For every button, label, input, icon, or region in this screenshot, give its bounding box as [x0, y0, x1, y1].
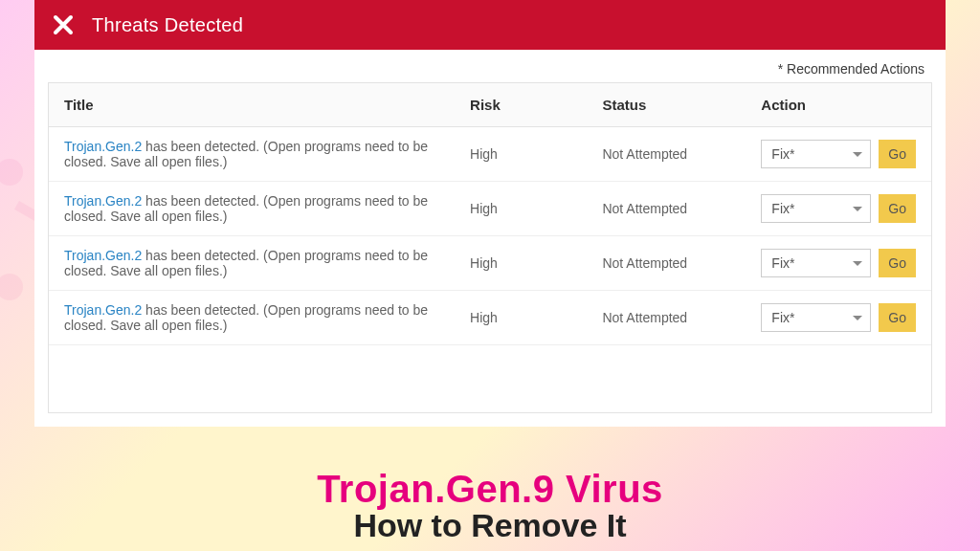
col-header-action: Action	[746, 83, 931, 127]
action-cell: Fix*Go	[746, 127, 931, 182]
chevron-down-icon	[853, 152, 862, 157]
table-spacer-cell	[49, 345, 931, 412]
col-header-status: Status	[587, 83, 746, 127]
action-dropdown-value: Fix*	[771, 255, 794, 271]
promo-line-1: Trojan.Gen.9 Virus	[0, 469, 980, 509]
close-icon[interactable]	[52, 13, 75, 36]
action-dropdown[interactable]: Fix*	[761, 194, 871, 223]
action-cell: Fix*Go	[746, 236, 931, 291]
action-dropdown-value: Fix*	[771, 146, 794, 162]
recommended-actions-label: * Recommended Actions	[34, 50, 946, 82]
table-row: Trojan.Gen.2 has been detected. (Open pr…	[49, 182, 931, 236]
action-dropdown-value: Fix*	[771, 310, 794, 325]
promo-line-2: How to Remove It	[0, 509, 980, 543]
chevron-down-icon	[853, 261, 862, 266]
threat-title-cell: Trojan.Gen.2 has been detected. (Open pr…	[49, 236, 455, 291]
alert-header: Threats Detected	[34, 0, 946, 50]
go-button[interactable]: Go	[879, 249, 916, 277]
chevron-down-icon	[853, 316, 862, 320]
col-header-risk: Risk	[455, 83, 587, 127]
table-row: Trojan.Gen.2 has been detected. (Open pr…	[49, 236, 931, 291]
action-dropdown[interactable]: Fix*	[761, 140, 871, 168]
alert-title: Threats Detected	[92, 14, 243, 36]
status-cell: Not Attempted	[587, 236, 746, 291]
table-spacer	[49, 345, 931, 412]
chevron-down-icon	[853, 207, 862, 211]
threats-table-wrap: Title Risk Status Action Trojan.Gen.2 ha…	[48, 82, 932, 413]
status-cell: Not Attempted	[587, 182, 746, 236]
go-button[interactable]: Go	[879, 194, 916, 223]
risk-cell: High	[455, 291, 587, 345]
risk-cell: High	[455, 236, 587, 291]
svg-point-2	[0, 274, 23, 300]
action-cell: Fix*Go	[746, 291, 931, 345]
threat-title-cell: Trojan.Gen.2 has been detected. (Open pr…	[49, 182, 455, 236]
threat-link[interactable]: Trojan.Gen.2	[64, 139, 142, 154]
threat-title-cell: Trojan.Gen.2 has been detected. (Open pr…	[49, 127, 455, 182]
status-cell: Not Attempted	[587, 291, 746, 345]
go-button[interactable]: Go	[879, 303, 916, 332]
go-button[interactable]: Go	[879, 140, 916, 168]
threats-table: Title Risk Status Action Trojan.Gen.2 ha…	[49, 83, 931, 412]
risk-cell: High	[455, 127, 587, 182]
status-cell: Not Attempted	[587, 127, 746, 182]
svg-point-0	[0, 159, 23, 186]
threat-title-cell: Trojan.Gen.2 has been detected. (Open pr…	[49, 291, 455, 345]
promo-caption: Trojan.Gen.9 Virus How to Remove It	[0, 469, 980, 543]
action-cell: Fix*Go	[746, 182, 931, 236]
action-dropdown[interactable]: Fix*	[761, 249, 871, 277]
alert-panel: Threats Detected * Recommended Actions T…	[34, 0, 946, 427]
action-dropdown[interactable]: Fix*	[761, 303, 871, 332]
threat-link[interactable]: Trojan.Gen.2	[64, 193, 142, 209]
action-dropdown-value: Fix*	[771, 201, 794, 216]
col-header-title: Title	[49, 83, 455, 127]
threat-link[interactable]: Trojan.Gen.2	[64, 302, 142, 318]
table-row: Trojan.Gen.2 has been detected. (Open pr…	[49, 291, 931, 345]
risk-cell: High	[455, 182, 587, 236]
table-row: Trojan.Gen.2 has been detected. (Open pr…	[49, 127, 931, 182]
threat-link[interactable]: Trojan.Gen.2	[64, 248, 142, 263]
